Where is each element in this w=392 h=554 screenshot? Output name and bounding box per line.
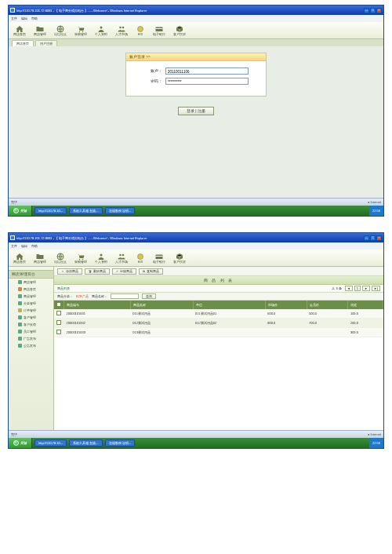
column-header[interactable]: 会员价 bbox=[307, 301, 348, 309]
task-item[interactable]: 系统工具箱 在线... bbox=[69, 439, 102, 446]
name-input[interactable] bbox=[111, 293, 139, 299]
delete-product-button[interactable]: 🗑删除商品 bbox=[85, 268, 110, 275]
tool-cart[interactable]: 采购管理 bbox=[74, 24, 87, 36]
sidebar-item[interactable]: 订单管理 bbox=[9, 307, 53, 314]
statusbar: 完毕 ● Internet bbox=[9, 430, 383, 438]
row-checkbox[interactable] bbox=[56, 330, 61, 334]
card-icon bbox=[154, 252, 164, 260]
table-cell: 100.0 bbox=[348, 309, 383, 319]
sidebar-item[interactable]: 客户管理 bbox=[9, 314, 53, 321]
list-link[interactable]: 商品列表 bbox=[57, 286, 70, 290]
column-header[interactable] bbox=[54, 301, 64, 309]
column-header[interactable]: 市场价 bbox=[265, 301, 307, 309]
menu-edit[interactable]: 编辑 bbox=[21, 16, 27, 20]
tool-coin[interactable]: EDI bbox=[136, 24, 145, 36]
start-button[interactable]: 开始 bbox=[9, 438, 32, 448]
close-button[interactable]: × bbox=[376, 235, 382, 241]
tool-cart[interactable]: 采购管理 bbox=[74, 252, 87, 264]
sidebar-item[interactable]: 分类管理 bbox=[9, 300, 53, 307]
sidebar-item-label: 广告发布 bbox=[24, 337, 36, 341]
minimize-button[interactable]: — bbox=[364, 8, 369, 13]
tool-box[interactable]: 客户投诉 bbox=[173, 252, 186, 264]
task-item[interactable]: 在线教程 说明... bbox=[105, 207, 135, 214]
table-row[interactable]: 20000101002012测试用品012测试用品02800.0700.0200… bbox=[54, 319, 383, 328]
tool-card[interactable]: 电子银行 bbox=[153, 24, 165, 36]
tool-label: EDI bbox=[138, 261, 143, 264]
row-checkbox[interactable] bbox=[56, 320, 61, 325]
tool-home[interactable]: 网店首页 bbox=[13, 252, 26, 264]
minimize-button[interactable]: — bbox=[364, 235, 369, 241]
sidebar-item[interactable]: 商品管理 bbox=[9, 293, 53, 300]
column-header[interactable]: 单位 bbox=[193, 301, 265, 309]
table-row[interactable]: 20000101001011测试用品011测试用品01600.0500.0100… bbox=[54, 309, 383, 319]
copy-product-button[interactable]: ⧉复制商品 bbox=[139, 268, 163, 275]
table-row[interactable]: 20000101003013测试用品300.0 bbox=[54, 328, 383, 337]
pager-prev[interactable]: ◄ bbox=[345, 286, 353, 291]
tool-folder[interactable]: 网店管理 bbox=[34, 252, 46, 264]
tool-card[interactable]: 电子银行 bbox=[153, 252, 165, 264]
page-actionbar: 商品列表 共 3 条 ◄ 1 ► ►| bbox=[54, 285, 383, 293]
tool-globe[interactable]: 论坛社区 bbox=[54, 24, 67, 36]
menu-help[interactable]: 帮助 bbox=[31, 244, 38, 248]
task-item[interactable]: http://110.78.10... bbox=[34, 439, 67, 446]
category-chip[interactable]: B2B产品 bbox=[76, 294, 89, 298]
select-all-checkbox[interactable] bbox=[56, 302, 61, 307]
menu-file[interactable]: 文件 bbox=[11, 16, 17, 20]
pager-next[interactable]: ► bbox=[362, 286, 370, 291]
search-button[interactable]: 查询 bbox=[142, 293, 156, 299]
tool-label: 网店管理 bbox=[34, 33, 46, 36]
tool-globe[interactable]: 论坛社区 bbox=[54, 252, 67, 264]
tool-box[interactable]: 客户投诉 bbox=[173, 24, 186, 36]
column-header[interactable]: 浏览 bbox=[348, 301, 383, 309]
tool-label: 论坛社区 bbox=[54, 33, 67, 36]
tool-user[interactable]: 个人资料 bbox=[95, 252, 107, 264]
pager-page-1[interactable]: 1 bbox=[354, 286, 361, 291]
sidebar-item[interactable]: 公告发布 bbox=[9, 342, 53, 349]
menu-edit[interactable]: 编辑 bbox=[21, 244, 27, 248]
tool-people[interactable]: 人才市场 bbox=[115, 24, 128, 36]
tab-register[interactable]: 用户注册 bbox=[35, 40, 57, 46]
tool-user[interactable]: 个人资料 bbox=[95, 24, 107, 36]
login-register-button[interactable]: 登录 | 注册 bbox=[178, 107, 214, 115]
status-left: 完毕 bbox=[11, 432, 17, 436]
sidebar-item[interactable]: 网店首页 bbox=[9, 286, 53, 293]
sidebar: 网店管理后台 网店管理网店首页商品管理分类管理订单管理客户管理客户反馈员工管理广… bbox=[9, 267, 54, 430]
tool-people[interactable]: 人才市场 bbox=[115, 252, 128, 264]
tool-coin[interactable]: EDI bbox=[136, 252, 145, 264]
sidebar-item[interactable]: 员工管理 bbox=[9, 328, 53, 335]
column-header[interactable]: 商品名称 bbox=[130, 301, 193, 309]
review-product-button[interactable]: ✓审核商品 bbox=[112, 268, 136, 275]
tab-home[interactable]: 网店首页 bbox=[12, 40, 34, 46]
username-input[interactable]: 20110011106 bbox=[165, 67, 249, 75]
row-checkbox[interactable] bbox=[56, 311, 61, 315]
status-zone: ● Internet bbox=[368, 432, 381, 436]
column-header[interactable]: 商品编号 bbox=[64, 301, 131, 309]
password-input[interactable]: ********** bbox=[165, 78, 249, 85]
sidebar-item[interactable]: 网店管理 bbox=[9, 279, 53, 286]
start-button[interactable]: 开始 bbox=[9, 206, 32, 216]
titlebar[interactable]: http://110.78.101.72:8081 - 【 电子商务模拟电台 】… bbox=[9, 233, 383, 242]
close-button[interactable]: × bbox=[376, 8, 382, 13]
titlebar[interactable]: http://110.78.101.72:8081 - 【 电子商务模拟电台 】… bbox=[9, 5, 383, 15]
maximize-button[interactable]: □ bbox=[370, 235, 376, 241]
menu-help[interactable]: 帮助 bbox=[31, 16, 38, 20]
system-tray[interactable]: 22:59 bbox=[369, 438, 383, 448]
sidebar-item[interactable]: 客户反馈 bbox=[9, 321, 53, 328]
tool-home[interactable]: 网店首页 bbox=[13, 24, 26, 36]
svg-point-4 bbox=[119, 27, 122, 29]
add-product-button[interactable]: ＋添加商品 bbox=[57, 268, 82, 275]
task-item[interactable]: http://110.78.10... bbox=[34, 207, 67, 214]
maximize-button[interactable]: □ bbox=[370, 8, 376, 13]
menu-file[interactable]: 文件 bbox=[11, 244, 17, 248]
pager-last[interactable]: ►| bbox=[372, 286, 380, 291]
table-cell: 012测试用品 bbox=[130, 319, 193, 328]
task-item[interactable]: 在线教程 说明... bbox=[105, 439, 135, 446]
bullet-icon bbox=[18, 280, 22, 284]
sidebar-item[interactable]: 广告发布 bbox=[9, 335, 53, 342]
task-item[interactable]: 系统工具箱 在线... bbox=[69, 207, 102, 214]
start-orb-icon bbox=[13, 208, 19, 213]
svg-rect-8 bbox=[156, 28, 163, 29]
username-label: 账户： bbox=[143, 69, 162, 73]
tool-folder[interactable]: 网店管理 bbox=[34, 24, 46, 36]
system-tray[interactable]: 22:59 bbox=[369, 206, 383, 216]
